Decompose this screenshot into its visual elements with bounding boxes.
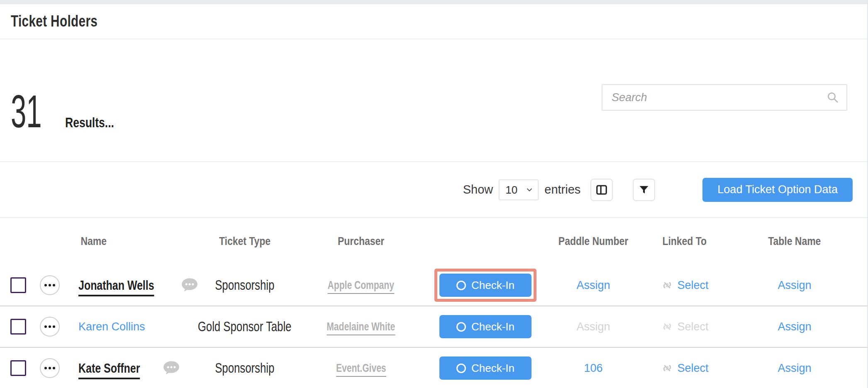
funnel-icon [638, 184, 650, 196]
paddle-assign-link[interactable]: Assign [576, 279, 610, 292]
ticket-type-value: Gold Sponsor Table [198, 319, 292, 335]
ticket-holder-name-link[interactable]: Kate Soffner [78, 361, 140, 379]
column-header-purchaser: Purchaser [290, 235, 432, 248]
check-in-button[interactable]: Check-In [439, 274, 532, 297]
unlink-icon [661, 320, 674, 333]
note-bubble-icon[interactable] [163, 361, 180, 376]
page-size-select-wrap[interactable]: 10 [499, 179, 539, 200]
row-actions-menu-button[interactable] [40, 358, 60, 378]
check-in-button[interactable]: Check-In [439, 356, 532, 380]
column-header-linked-to: Linked To [647, 235, 722, 248]
filter-button[interactable] [633, 179, 655, 201]
ellipsis-icon [44, 325, 47, 328]
note-bubble-icon[interactable] [181, 278, 198, 293]
paddle-assign-link-disabled: Assign [576, 320, 610, 333]
table-name-assign-link[interactable]: Assign [778, 279, 811, 292]
top-gray-strip [0, 0, 867, 4]
radio-circle-icon [456, 281, 466, 290]
ticket-holder-name-link[interactable]: Jonathan Wells [78, 278, 154, 296]
row-checkbox[interactable] [10, 319, 26, 335]
row-checkbox[interactable] [10, 277, 26, 293]
radio-circle-icon [456, 322, 466, 332]
results-summary: 31 Results... [11, 88, 128, 135]
magnifier-icon [827, 91, 839, 104]
unlink-icon [661, 279, 674, 292]
title-band: Ticket Holders [0, 4, 867, 39]
results-label: Results... [65, 114, 114, 131]
column-header-paddle-number: Paddle Number [539, 235, 647, 248]
unlink-icon [661, 361, 674, 375]
paddle-number-link[interactable]: 106 [584, 362, 602, 375]
ellipsis-icon [44, 367, 47, 369]
results-band: 31 Results... [0, 39, 867, 162]
row-actions-menu-button[interactable] [40, 275, 60, 295]
column-visibility-button[interactable] [590, 179, 613, 201]
show-label: Show [463, 183, 493, 196]
table-name-assign-link[interactable]: Assign [778, 362, 811, 375]
table-controls-band: Show 10 entries Load Ticket Option Data [0, 162, 867, 218]
page-size-select[interactable]: 10 [505, 184, 532, 196]
table-name-assign-link[interactable]: Assign [778, 320, 811, 333]
load-ticket-option-data-button[interactable]: Load Ticket Option Data [702, 178, 853, 202]
table-row: Karen Collins Gold Sponsor Table Madelai… [0, 306, 867, 348]
search-box[interactable] [602, 84, 847, 111]
ticket-holder-name-link[interactable]: Karen Collins [78, 320, 145, 333]
search-input[interactable] [612, 91, 827, 104]
purchaser-link[interactable]: Apple Company [328, 279, 394, 294]
linked-to-select-link[interactable]: Select [677, 362, 708, 375]
ellipsis-icon [44, 284, 47, 286]
check-in-button[interactable]: Check-In [439, 315, 532, 338]
column-header-ticket-type: Ticket Type [199, 235, 290, 248]
ticket-holders-page: Ticket Holders 31 Results... Show 10 ent… [0, 0, 868, 388]
column-header-name: Name [68, 235, 199, 248]
table-row: Jonathan Wells Sponsorship Apple Company… [0, 265, 867, 306]
entries-label: entries [544, 183, 580, 196]
radio-circle-icon [456, 364, 466, 373]
table-header-row: Name Ticket Type Purchaser Paddle Number… [0, 218, 867, 265]
table-columns-icon [595, 184, 608, 196]
column-header-table-name: Table Name [722, 235, 867, 248]
table-row: Kate Soffner Sponsorship Event.Gives Che… [0, 348, 867, 388]
purchaser-link[interactable]: Madelaine White [327, 320, 395, 335]
ticket-type-value: Sponsorship [215, 360, 274, 376]
linked-to-select-link-disabled: Select [677, 320, 708, 333]
row-checkbox[interactable] [10, 360, 26, 376]
checkin-highlight-annotation: Check-In [434, 269, 536, 302]
ticket-type-value: Sponsorship [215, 277, 274, 293]
page-title: Ticket Holders [11, 12, 98, 30]
linked-to-select-link[interactable]: Select [677, 279, 708, 292]
purchaser-link[interactable]: Event.Gives [336, 362, 386, 377]
results-count: 31 [11, 88, 42, 135]
row-actions-menu-button[interactable] [40, 317, 60, 337]
